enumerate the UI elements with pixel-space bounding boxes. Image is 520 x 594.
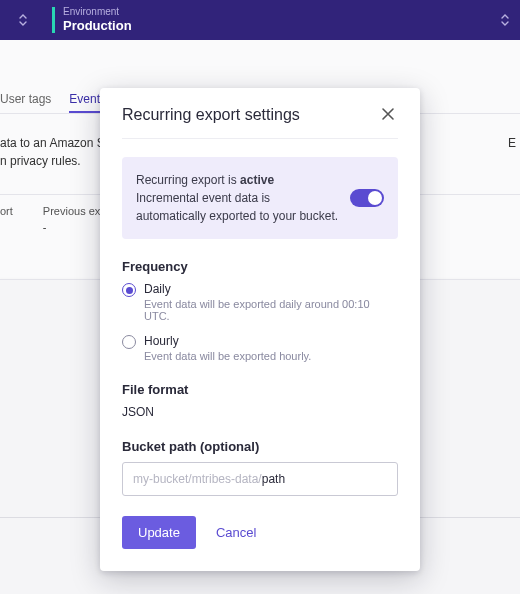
status-state: active — [240, 173, 274, 187]
status-desc: Incremental event data is automatically … — [136, 189, 340, 225]
bucket-path-input[interactable]: my-bucket/mtribes-data/path — [122, 462, 398, 496]
frequency-daily-option[interactable]: Daily Event data will be exported daily … — [122, 282, 398, 322]
radio-daily[interactable] — [122, 283, 136, 297]
daily-desc: Event data will be exported daily around… — [144, 298, 398, 322]
radio-hourly[interactable] — [122, 335, 136, 349]
cancel-button[interactable]: Cancel — [216, 525, 256, 540]
hourly-label: Hourly — [144, 334, 311, 348]
bucket-path-label: Bucket path (optional) — [122, 439, 398, 454]
daily-label: Daily — [144, 282, 398, 296]
status-label: Recurring export is — [136, 173, 240, 187]
file-format-label: File format — [122, 382, 398, 397]
status-text: Recurring export is active Incremental e… — [136, 171, 340, 225]
update-button[interactable]: Update — [122, 516, 196, 549]
recurring-export-modal: Recurring export settings Recurring expo… — [100, 88, 420, 571]
status-banner: Recurring export is active Incremental e… — [122, 157, 398, 239]
bucket-value: path — [262, 472, 285, 486]
bucket-placeholder: my-bucket/mtribes-data/ — [133, 472, 262, 486]
modal-title: Recurring export settings — [122, 106, 300, 124]
frequency-hourly-option[interactable]: Hourly Event data will be exported hourl… — [122, 334, 398, 362]
active-toggle[interactable] — [350, 189, 384, 207]
file-format-value: JSON — [122, 405, 398, 419]
close-icon[interactable] — [380, 106, 398, 124]
frequency-label: Frequency — [122, 259, 398, 274]
modal-overlay: Recurring export settings Recurring expo… — [0, 0, 520, 594]
hourly-desc: Event data will be exported hourly. — [144, 350, 311, 362]
